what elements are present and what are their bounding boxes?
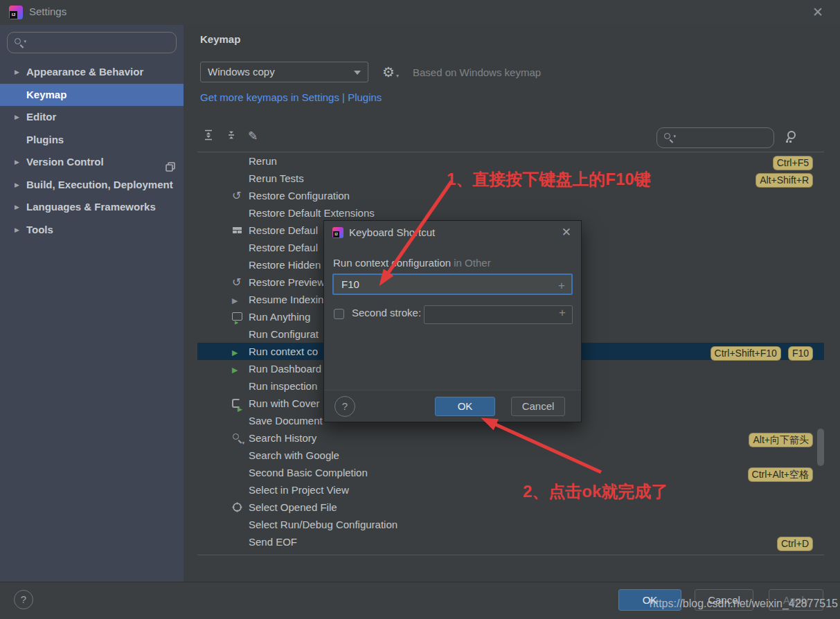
gear-icon[interactable]: ⚙▾: [382, 64, 395, 80]
action-row-send-eof[interactable]: Send EOFCtrl+D: [197, 533, 824, 550]
sidebar-item-label: Editor: [26, 106, 56, 129]
sidebar-search-input[interactable]: ▾: [7, 32, 177, 53]
dialog-close-icon[interactable]: ✕: [562, 225, 571, 240]
shortcut-badges: Alt+Shift+R: [749, 171, 813, 186]
plus-icon[interactable]: +: [559, 306, 566, 320]
action-label: Rerun: [249, 152, 277, 170]
sidebar-item-keymap[interactable]: Keymap: [0, 84, 184, 107]
action-icon-slot: ▶: [232, 395, 244, 412]
action-row-select-in-project-view[interactable]: Select in Project View: [197, 481, 824, 499]
sidebar-item-build-execution-deployment[interactable]: ▶Build, Execution, Deployment: [0, 174, 184, 197]
action-label: Rerun Tests: [249, 170, 304, 187]
action-label: Select Run/Debug Configuration: [249, 516, 397, 533]
dialog-cancel-button[interactable]: Cancel: [511, 397, 565, 416]
action-row-rerun[interactable]: RerunCtrl+F5: [197, 152, 824, 170]
action-label: Run Configurat: [249, 325, 319, 343]
chevron-right-icon[interactable]: ▶: [15, 106, 24, 129]
sidebar-item-label: Languages & Frameworks: [26, 196, 156, 219]
sidebar-item-label: Build, Execution, Deployment: [26, 174, 173, 197]
find-actions-by-shortcut-icon[interactable]: [783, 129, 798, 147]
window-title: Settings: [29, 6, 66, 17]
first-stroke-input[interactable]: F10 +: [332, 273, 573, 295]
action-label: Restore Preview: [249, 273, 325, 291]
shortcut-badge: Alt+Shift+R: [756, 173, 813, 188]
plus-icon[interactable]: +: [558, 276, 565, 295]
edit-pencil-icon[interactable]: ✎: [248, 129, 262, 143]
dialog-titlebar: IJ Keyboard Shortcut ✕: [324, 221, 581, 244]
second-stroke-input[interactable]: +: [424, 305, 573, 324]
sidebar-item-version-control[interactable]: ▶Version Control: [0, 151, 184, 174]
dialog-help-button[interactable]: ?: [334, 396, 355, 417]
actions-search-input[interactable]: ▾: [656, 127, 774, 148]
collapse-all-icon[interactable]: [225, 129, 239, 143]
action-label: Run with Cover: [249, 395, 320, 412]
action-label: Run Dashboard: [249, 360, 321, 377]
chevron-right-icon[interactable]: ▶: [15, 196, 24, 219]
action-icon-slot: [232, 447, 244, 464]
action-row-search-with-google[interactable]: Search with Google: [197, 447, 824, 464]
titlebar: IJ Settings ✕: [0, 0, 840, 25]
window-close-icon[interactable]: ✕: [812, 4, 823, 20]
expand-all-icon[interactable]: [202, 129, 216, 143]
action-label: Send EOF: [249, 533, 297, 550]
annotation-step2: 2、点击ok就完成了: [523, 481, 668, 503]
run-icon: ▶: [232, 348, 238, 357]
dialog-ok-button[interactable]: OK: [435, 397, 495, 416]
action-label: Select in Project View: [249, 481, 349, 499]
action-label: Save Document: [249, 412, 323, 429]
shortcut-badges: [785, 552, 813, 555]
action-icon-slot: [232, 256, 244, 273]
action-icon-slot: [232, 481, 244, 499]
sidebar-item-tools[interactable]: ▶Tools: [0, 219, 184, 242]
shortcut-badge: Ctrl+D: [777, 537, 813, 551]
action-label: Search with Google: [249, 447, 339, 464]
chevron-right-icon[interactable]: ▶: [15, 174, 24, 197]
select-opened-file-icon: [232, 502, 242, 512]
keyboard-shortcut-dialog: IJ Keyboard Shortcut ✕ Run context confi…: [323, 220, 582, 422]
action-label: Second Basic Completion: [249, 464, 368, 481]
action-icon-slot: [232, 222, 244, 239]
action-row-select-opened-file[interactable]: Select Opened File: [197, 499, 824, 516]
second-stroke-checkbox[interactable]: [334, 309, 344, 319]
second-stroke-label: Second stroke:: [352, 307, 421, 319]
action-icon-slot: ▾: [232, 429, 244, 447]
action-row[interactable]: [197, 550, 824, 555]
action-label: Run Anything: [249, 308, 310, 325]
vertical-scrollbar[interactable]: [817, 429, 824, 466]
keymap-scheme-select[interactable]: Windows copy: [200, 62, 368, 82]
run-icon: ▶: [232, 366, 238, 374]
action-row-select-run-debug-configuration[interactable]: Select Run/Debug Configuration: [197, 516, 824, 533]
sidebar-item-languages-frameworks[interactable]: ▶Languages & Frameworks: [0, 196, 184, 219]
chevron-right-icon[interactable]: ▶: [15, 219, 24, 242]
action-icon-slot: [232, 533, 244, 550]
chevron-right-icon[interactable]: ▶: [15, 61, 24, 84]
sidebar-item-plugins[interactable]: Plugins: [0, 129, 184, 152]
help-button[interactable]: ?: [14, 590, 33, 609]
page-title: Keymap: [200, 33, 240, 45]
action-row-restore-default-extensions[interactable]: Restore Default Extensions: [197, 204, 824, 222]
first-stroke-value: F10: [341, 278, 359, 290]
action-group: in Other: [454, 257, 490, 269]
action-row-second-basic-completion[interactable]: Second Basic CompletionCtrl+Alt+空格: [197, 464, 824, 481]
shortcut-badge: Ctrl+F5: [773, 156, 813, 170]
action-label: Restore Configuration: [249, 187, 350, 204]
action-row-search-history[interactable]: ▾Search HistoryAlt+向下箭头: [197, 429, 824, 447]
action-icon-slot: [232, 499, 244, 516]
action-label: Select Opened File: [249, 499, 337, 516]
shortcut-badge: Ctrl+Alt+空格: [748, 467, 813, 482]
dialog-title: Keyboard Shortcut: [349, 226, 435, 238]
dialog-footer: ? OK Cancel: [324, 390, 581, 422]
chevron-right-icon[interactable]: ▶: [15, 151, 24, 174]
action-icon-slot: [232, 464, 244, 481]
sidebar-item-editor[interactable]: ▶Editor: [0, 106, 184, 129]
action-icon-slot: [232, 152, 244, 170]
shortcut-badges: Ctrl+Alt+空格: [741, 465, 813, 480]
action-label: Run context co: [249, 343, 318, 360]
sidebar-item-appearance-behavior[interactable]: ▶Appearance & Behavior: [0, 61, 184, 84]
csdn-watermark: https://blog.csdn.net/weixin_42877515: [650, 598, 838, 610]
shortcut-badge: Ctrl+Shift+F10: [711, 346, 781, 361]
action-icon-slot: [232, 170, 244, 187]
get-more-keymaps-link[interactable]: Get more keymaps in Settings | Plugins: [200, 91, 382, 103]
action-label: Run inspection: [249, 377, 317, 395]
dialog-action-context: Run context configuration in Other: [333, 257, 491, 269]
